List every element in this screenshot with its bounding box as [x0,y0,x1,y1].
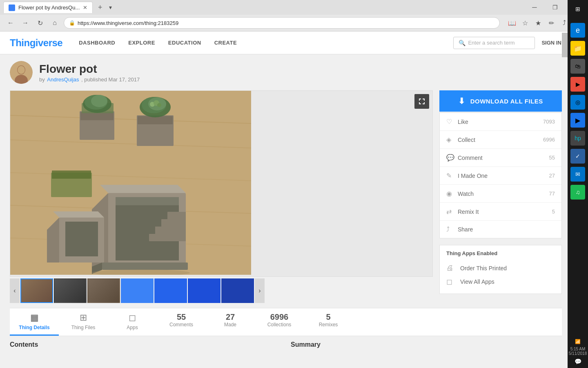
browser-chrome: Flower pot by AndresQu... ✕ + ▾ ─ ❐ ✕ ← … [0,0,588,31]
svg-rect-33 [161,219,186,227]
tab-title: Flower pot by AndresQu... [18,4,80,11]
svg-point-3 [18,66,25,74]
thing-meta: by AndresQuijas , published Mar 17, 2017 [39,76,140,83]
minimize-button[interactable]: ─ [525,2,544,13]
view-all-apps-button[interactable]: ◻ View All Apps [446,275,555,289]
watch-action[interactable]: ◉ Watch 77 [440,185,561,203]
svg-rect-32 [155,227,186,235]
thumbnail-7[interactable] [221,278,254,303]
hp-icon[interactable]: hp [570,131,585,146]
chat-icon[interactable]: 💬 [575,358,581,365]
nav-education[interactable]: EDUCATION [168,40,201,46]
refresh-button[interactable]: ↻ [34,17,46,29]
app-red[interactable]: ▶ [570,77,585,92]
tab-dropdown[interactable]: ▾ [109,4,112,11]
svg-marker-40 [53,211,104,218]
made-icon: ✎ [446,172,458,180]
contents-section: Contents [10,341,281,348]
back-button[interactable]: ← [5,17,16,29]
tab-comments[interactable]: 55 Comments [157,308,206,336]
author-link[interactable]: AndresQuijas [47,76,79,83]
tab-apps[interactable]: ◻ Apps [108,308,157,336]
search-box[interactable]: 🔍 Enter a search term [453,37,535,49]
comment-icon: 💬 [446,154,458,162]
like-action[interactable]: ♡ Like 7093 [440,113,561,131]
store-icon[interactable]: 🛍 [570,59,585,74]
summary-section: Summary [291,341,562,348]
notes-button[interactable]: ✏ [546,17,557,29]
thumbnail-2[interactable] [54,278,87,303]
favorites-button[interactable]: ☆ [519,17,531,29]
mail-icon[interactable]: ✉ [570,167,585,182]
made-action[interactable]: ✎ I Made One 27 [440,167,561,185]
svg-rect-31 [149,234,186,241]
like-icon: ♡ [446,118,458,126]
todo-icon[interactable]: ✓ [570,149,585,164]
thumbnail-3[interactable] [87,278,120,303]
next-thumbnail[interactable]: › [255,278,265,303]
tab-made[interactable]: 27 Made [206,308,255,336]
expand-button[interactable] [414,94,429,109]
collect-action[interactable]: ◈ Collect 6996 [440,131,561,149]
author-avatar[interactable] [10,61,33,84]
svg-marker-28 [100,185,186,193]
collect-label: Collect [458,137,543,143]
thumbnail-row: ‹ › [10,278,433,303]
apps-tab-icon: ◻ [129,312,136,323]
restore-button[interactable]: ❐ [546,2,564,13]
svg-rect-34 [167,212,186,220]
edge-icon[interactable]: e [570,23,585,38]
windows-taskbar: ⊞ e 📁 🛍 ▶ ◎ ▶ hp ✓ ✉ ♫ 📶 5:15 AM 5/11/20… [568,0,588,368]
cube-icon: ◻ [446,277,456,286]
thumbnail-1[interactable] [20,278,53,303]
address-bar[interactable]: 🔒 https://www.thingiverse.com/thing:2183… [64,17,500,29]
spotify-icon[interactable]: ♫ [570,185,585,200]
active-tab[interactable]: Flower pot by AndresQu... ✕ [3,2,93,13]
comment-action[interactable]: 💬 Comment 55 [440,149,561,167]
app-blue[interactable]: ▶ [570,113,585,128]
remix-action[interactable]: ⇄ Remix It 5 [440,203,561,221]
collect-icon: ◈ [446,136,458,144]
download-icon: ⬇ [458,96,466,106]
thing-title: Flower pot [39,63,140,76]
thing-info: Flower pot by AndresQuijas , published M… [39,63,140,83]
tab-collections[interactable]: 6996 Collections [255,308,304,336]
tab-remixes[interactable]: 5 Remixes [304,308,353,336]
forward-button[interactable]: → [20,17,31,29]
thing-layout: ‹ › ⬇ DOWNLOAD ALL FILES [10,90,562,303]
thumbnail-6[interactable] [188,278,220,303]
tab-close[interactable]: ✕ [83,4,87,11]
thing-header: Flower pot by AndresQuijas , published M… [10,61,562,84]
favorites-bar-button[interactable]: ★ [532,17,544,29]
order-printed-button[interactable]: 🖨 Order This Printed [446,261,555,275]
new-tab-button[interactable]: + [94,2,106,13]
chrome-icon[interactable]: ◎ [570,95,585,110]
thing-files-icon: ⊞ [80,312,87,323]
thumbnail-5[interactable] [154,278,187,303]
share-label: Share [458,226,555,233]
clock: 5:15 AM 5/11/2018 [569,347,587,356]
share-action[interactable]: ⤴ Share [440,221,561,238]
scrollbar[interactable] [562,33,568,368]
windows-start[interactable]: ⊞ [572,3,584,15]
files-icon[interactable]: 📁 [570,41,585,56]
action-list: ♡ Like 7093 ◈ Collect 6996 💬 Comment [439,112,562,238]
site-nav: Thingiverse DASHBOARD EXPLORE EDUCATION … [0,31,588,54]
tab-thing-files[interactable]: ⊞ Thing Files [59,308,108,336]
nav-explore[interactable]: EXPLORE [128,40,155,46]
download-all-button[interactable]: ⬇ DOWNLOAD ALL FILES [439,90,562,112]
apps-title: Thing Apps Enabled [446,250,555,256]
site-logo[interactable]: Thingiverse [10,37,62,49]
prev-thumbnail[interactable]: ‹ [10,278,20,303]
home-button[interactable]: ⌂ [49,17,60,29]
nav-create[interactable]: CREATE [214,40,237,46]
main-image[interactable] [10,91,251,275]
search-icon: 🔍 [459,40,466,46]
watch-count: 77 [549,191,555,197]
tab-thing-details[interactable]: ▦ Thing Details [10,308,59,336]
scrollbar-thumb[interactable] [562,33,568,57]
thumbnail-4[interactable] [121,278,154,303]
reader-button[interactable]: 📖 [506,17,518,29]
nav-dashboard[interactable]: DASHBOARD [79,40,115,46]
bottom-sections: Contents Summary [10,336,562,353]
